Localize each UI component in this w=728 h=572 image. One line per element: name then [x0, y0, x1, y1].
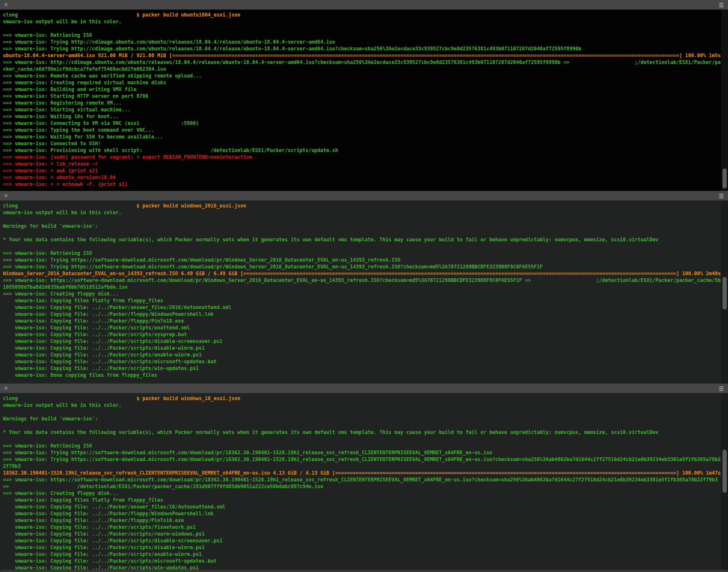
- terminal-line: ==> vmware-iso: Registering remote VM...: [3, 99, 728, 106]
- terminal-line: ==> vmware-iso: Typing the boot command …: [3, 127, 728, 133]
- terminal-line: ==> vmware-iso: + awk {print $2}: [3, 167, 728, 174]
- terminal-line: [3, 229, 728, 236]
- terminal-line: clong $ packer build windows_2016_esxi.j…: [3, 202, 728, 209]
- terminal-line: ==> vmware-iso: [sudo] password for vagr…: [3, 154, 728, 160]
- terminal-line: vmware-iso: Copying file: ../../Packer/s…: [3, 537, 728, 544]
- terminal-line: vmware-iso: Copying file: ../../Packer/s…: [3, 551, 728, 558]
- terminal-line: ==> vmware-iso: + + echoawk -F. {print $…: [3, 181, 728, 188]
- terminal-line: vmware-iso output will be in this color.: [3, 18, 728, 25]
- terminal-line: [3, 25, 728, 32]
- terminal-line: vmware-iso: Copying files flatly from fl…: [3, 297, 728, 304]
- terminal-line: ==> vmware-iso: Provisioning with shell …: [3, 147, 728, 154]
- terminal-line: vmware-iso: Copying file: ../../Packer/f…: [3, 510, 728, 517]
- terminal-line: ==> vmware-iso: https://software-downloa…: [3, 277, 728, 284]
- scrollbar-track[interactable]: [721, 201, 728, 384]
- terminal-line: vmware-iso: Copying file: ../../Packer/s…: [3, 358, 728, 365]
- terminal-line: vmware-iso: Copying file: ../../Packer/f…: [3, 318, 728, 324]
- terminal-line: => /detectionlab/ESXi/Packer/packer_cach…: [3, 483, 728, 490]
- terminal-line: vmware-iso: Done copying files from flop…: [3, 372, 728, 379]
- terminal-line: [3, 243, 728, 250]
- terminal-line: vmware-iso output will be in this color.: [3, 402, 728, 409]
- terminal-line: vmware-iso: Copying file: ../../Packer/s…: [3, 544, 728, 551]
- scrollbar-thumb[interactable]: [722, 169, 727, 188]
- terminal-line: Warnings for build 'vmware-iso':: [3, 223, 728, 229]
- terminal-line: Warnings for build 'vmware-iso':: [3, 415, 728, 422]
- terminal-line: vmware-iso: Copying file: ../../Packer/s…: [3, 531, 728, 537]
- terminal-line: 18362.30.190401-1528.19h1_release_svc_re…: [3, 470, 728, 476]
- terminal-line: 1055098d7ba8d2d635babf6bb76518512afbde.i…: [3, 284, 728, 290]
- terminal-line: ==> vmware-iso: Waiting 10s for boot...: [3, 113, 728, 120]
- terminal-pane-ubuntu1804: clong $ packer build ubuntu1804_esxi.jso…: [0, 10, 728, 191]
- terminal-line: vmware-iso: Copying file: ../../Packer/s…: [3, 351, 728, 358]
- terminal-line: ==> vmware-iso: Starting virtual machine…: [3, 106, 728, 113]
- terminal-line: ==> vmware-iso: Connecting to VM via VNC…: [3, 120, 728, 127]
- terminal-line: clong $ packer build ubuntu1804_esxi.jso…: [3, 11, 728, 18]
- terminal-line: ==> vmware-iso: Creating floppy disk...: [3, 490, 728, 497]
- terminal-line: 2f79b3: [3, 463, 728, 470]
- terminal-line: ==> vmware-iso: Remote cache was verifie…: [3, 72, 728, 79]
- terminal-line: ==> vmware-iso: Retrieving ISO: [3, 442, 728, 449]
- scrollbar-thumb[interactable]: [722, 277, 727, 309]
- terminal-line: vmware-iso: Copying file: ../../Packer/a…: [3, 304, 728, 311]
- menu-icon[interactable]: ≡: [717, 193, 725, 199]
- terminal-line: ==> vmware-iso: Trying https://software-…: [3, 456, 728, 463]
- terminal-line: ==> vmware-iso: Creating required virtua…: [3, 79, 728, 86]
- terminal-pane-windows2016: clong $ packer build windows_2016_esxi.j…: [0, 201, 728, 384]
- terminal-line: vmware-iso: Copying file: ../../Packer/s…: [3, 365, 728, 372]
- terminal-line: ==> vmware-iso: + lsb_release -r: [3, 160, 728, 167]
- terminal-line: vmware-iso: Copying files flatly from fl…: [3, 497, 728, 503]
- terminal-line: vmware-iso: Copying file: ../../Packer/s…: [3, 324, 728, 331]
- terminal-line: vmware-iso: Copying file: ../../Packer/a…: [3, 503, 728, 510]
- window-bottom-edge: [0, 570, 728, 572]
- terminal-line: ==> vmware-iso: Building and writing VMX…: [3, 86, 728, 93]
- terminal-line: vmware-iso: Copying file: ../../Packer/s…: [3, 338, 728, 345]
- terminal-line: ==> vmware-iso: Creating floppy disk...: [3, 290, 728, 297]
- scrollbar-track[interactable]: [721, 10, 728, 191]
- scrollbar-track[interactable]: [721, 393, 728, 570]
- terminal-line: ==> vmware-iso: Starting HTTP server on …: [3, 93, 728, 99]
- close-icon[interactable]: ✕: [3, 193, 9, 199]
- terminal-line: ==> vmware-iso: Trying http://cdimage.ub…: [3, 45, 728, 52]
- terminal-window: ✕ ≡ clong $ packer build ubuntu1804_esxi…: [0, 0, 728, 572]
- terminal-line: vmware-iso: Copying file: ../../Packer/s…: [3, 345, 728, 351]
- terminal-line: vmware-iso: Copying file: ../../Packer/s…: [3, 524, 728, 531]
- terminal-line: ==> vmware-iso: Connected to SSH!: [3, 140, 728, 147]
- terminal-line: ==> vmware-iso: Trying http://cdimage.ub…: [3, 39, 728, 45]
- terminal-line: vmware-iso: Copying file: ../../Packer/f…: [3, 517, 728, 524]
- terminal-line: ==> vmware-iso: Retrieving ISO: [3, 32, 728, 39]
- terminal-line: ==> vmware-iso: Trying https://software-…: [3, 263, 728, 270]
- close-icon[interactable]: ✕: [3, 2, 9, 8]
- terminal-line: [3, 436, 728, 442]
- menu-icon[interactable]: ≡: [717, 2, 725, 8]
- terminal-line: [3, 216, 728, 223]
- terminal-line: ==> vmware-iso: Trying https://software-…: [3, 449, 728, 456]
- pane-titlebar-windows10: ✕ ≡: [0, 384, 728, 393]
- terminal-line: ==> vmware-iso: Trying https://software-…: [3, 257, 728, 263]
- terminal-line: clong $ packer build windows_10_esxi.jso…: [3, 395, 728, 402]
- terminal-line: [3, 422, 728, 429]
- terminal-line: ==> vmware-iso: + ubuntu_version=18.04: [3, 174, 728, 181]
- close-icon[interactable]: ✕: [3, 385, 9, 391]
- terminal-line: vmware-iso: Copying file: ../../Packer/s…: [3, 331, 728, 338]
- terminal-line: ==> vmware-iso: https://software-downloa…: [3, 476, 728, 483]
- scrollbar-thumb[interactable]: [722, 450, 727, 493]
- terminal-line: * Your vmx data contains the following v…: [3, 236, 728, 243]
- terminal-line: ==> vmware-iso: Retrieving ISO: [3, 250, 728, 257]
- terminal-line: [3, 409, 728, 415]
- terminal-line: cker_cache/e6d790e1cf0dcbca7fefef75468ac…: [3, 66, 728, 72]
- terminal-line: vmware-iso output will be in this color.: [3, 209, 728, 216]
- terminal-line: vmware-iso: Copying file: ../../Packer/s…: [3, 564, 728, 570]
- pane-titlebar-windows2016: ✕ ≡: [0, 191, 728, 201]
- terminal-line: * Your vmx data contains the following v…: [3, 429, 728, 436]
- terminal-line: ==> vmware-iso: http://cdimage.ubuntu.co…: [3, 59, 728, 66]
- terminal-line: vmware-iso: Copying file: ../../Packer/f…: [3, 311, 728, 318]
- pane-titlebar-ubuntu1804: ✕ ≡: [0, 0, 728, 10]
- terminal-line: ubuntu-18.04.4-server-amd64.iso 921.00 M…: [3, 52, 728, 59]
- terminal-line: vmware-iso: Copying file: ../../Packer/s…: [3, 558, 728, 564]
- terminal-pane-windows10: clong $ packer build windows_10_esxi.jso…: [0, 393, 728, 570]
- terminal-line: ==> vmware-iso: Waiting for SSH to becom…: [3, 133, 728, 140]
- menu-icon[interactable]: ≡: [717, 385, 725, 391]
- terminal-line: Windows_Server_2016_Datacenter_EVAL_en-u…: [3, 270, 728, 277]
